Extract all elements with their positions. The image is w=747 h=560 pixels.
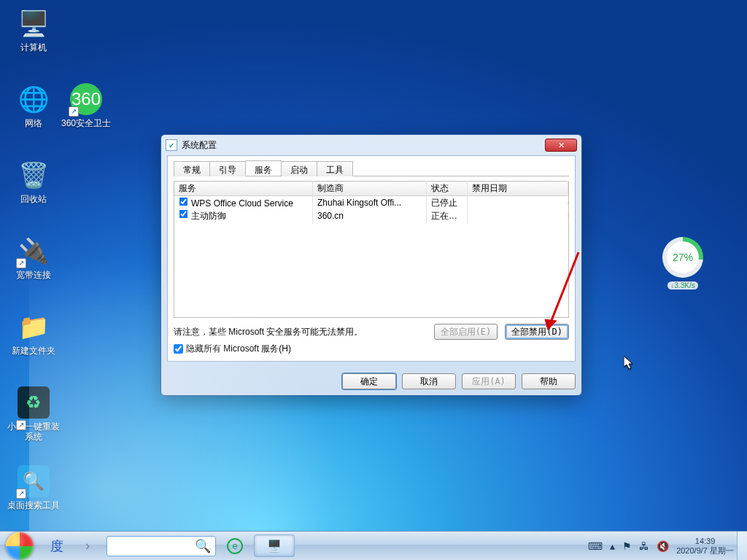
browser-360-icon: e [227,538,243,554]
list-header[interactable]: 服务 制造商 状态 禁用日期 [174,182,568,196]
msconfig-task-icon: 🖥️ [267,539,282,553]
disable-all-button[interactable]: 全部禁用(D) [505,324,569,340]
chevron-right-icon: › [85,538,90,553]
icon-label: 宽带连接 [7,270,60,280]
close-button[interactable] [545,139,577,152]
row-checkbox[interactable] [179,198,188,206]
start-button[interactable] [0,532,39,560]
taskbar-clock[interactable]: 14:39 2020/9/7 星期一 [676,537,734,556]
msconfig-icon: ✔ [166,139,177,151]
services-list[interactable]: 服务 制造商 状态 禁用日期 WPS Office Cloud Service … [174,181,569,318]
xiaobai-icon: ♻ [16,385,51,420]
desktop-icon-xiaobai[interactable]: ♻ ↗ 小白一键重装 系统 [7,385,60,442]
quick-360browser[interactable]: e [220,534,249,558]
perf-unit: % [684,252,693,263]
hide-ms-label: 隐藏所有 Microsoft 服务(H) [186,343,291,355]
desktop-icon-network[interactable]: 🌐 网络 [7,82,60,128]
cell-status: 正在运行 [427,209,468,224]
desktop-icon-desksearch[interactable]: 🔍 ↗ 桌面搜索工具 [7,464,60,510]
volume-muted-icon[interactable]: 🔇 [657,540,669,552]
quick-caret[interactable]: › [73,534,102,558]
cell-manufacturer: Zhuhai Kingsoft Offi... [313,196,427,209]
system-tray: ⌨ ▴ ⚑ 🖧 🔇 14:39 2020/9/7 星期一 [581,532,737,560]
desktop-icon-newfolder[interactable]: 📁 新建文件夹 [7,309,60,356]
icon-label: 网络 [7,118,60,128]
tray-chevron-icon[interactable]: ▴ [610,540,615,552]
network-tray-icon[interactable]: 🖧 [639,540,649,552]
clock-time: 14:39 [676,537,734,546]
cell-disabled-date [468,214,568,217]
ring-gauge-icon: 27% [662,237,703,278]
action-center-icon[interactable]: ⚑ [622,540,632,552]
cell-service: 主动防御 [191,211,226,221]
dialog-actions: 确定 取消 应用(A) 帮助 [161,368,581,395]
perf-percent: 27 [673,252,684,263]
window-title: 系统配置 [182,139,545,152]
perf-rate: ↓3.3K/s [667,281,697,289]
baidu-icon: 度 [50,537,63,555]
taskbar-search-box[interactable]: 🔍 [107,536,216,556]
desktop-icon-360safe[interactable]: 360 ↗ 360安全卫士 [60,82,112,128]
cell-disabled-date [468,201,568,204]
icon-label: 桌面搜索工具 [7,500,60,510]
quick-baidu[interactable]: 度 [42,534,71,558]
clock-date: 2020/9/7 星期一 [676,546,734,556]
desktop-icon-computer[interactable]: 🖥️ 计算机 [7,6,60,52]
search-icon: 🔍 [195,538,211,554]
task-button-msconfig[interactable]: 🖥️ [254,534,295,557]
help-button[interactable]: 帮助 [522,373,576,389]
icon-label: 计算机 [7,42,60,52]
titlebar[interactable]: ✔ 系统配置 [161,135,581,155]
windows-logo-icon [6,532,34,560]
desktop-icon-broadband[interactable]: 🔌 ↗ 宽带连接 [7,233,60,280]
shortcut-badge-icon: ↗ [69,106,79,117]
computer-icon: 🖥️ [16,6,51,41]
note-text: 请注意，某些 Microsoft 安全服务可能无法禁用。 [174,326,427,338]
cell-service: WPS Office Cloud Service [191,198,293,209]
taskbar: 度 › 🔍 e 🖥️ ⌨ ▴ ⚑ 🖧 🔇 14:39 2020/9/7 星期一 [0,531,747,560]
client-area: 常规 引导 服务 启动 工具 服务 制造商 状态 禁用日期 WPS Office… [167,155,576,362]
note-row: 请注意，某些 Microsoft 安全服务可能无法禁用。 全部启用(E) 全部禁… [174,324,569,340]
col-service[interactable]: 服务 [174,181,313,196]
icon-label: 新建文件夹 [7,346,60,356]
col-status[interactable]: 状态 [427,181,468,196]
folder-icon: 📁 [16,309,51,344]
row-checkbox[interactable] [179,210,188,219]
show-desktop-button[interactable] [737,532,747,560]
hide-ms-checkbox[interactable] [174,344,183,354]
tabstrip: 常规 引导 服务 启动 工具 [174,160,569,176]
shortcut-badge-icon: ↗ [16,258,26,268]
tab-startup[interactable]: 启动 [281,161,317,176]
hide-ms-checkbox-row[interactable]: 隐藏所有 Microsoft 服务(H) [174,343,569,355]
cancel-button[interactable]: 取消 [402,373,456,389]
apply-button: 应用(A) [462,373,516,389]
icon-label: 360安全卫士 [60,118,112,128]
ok-button[interactable]: 确定 [342,373,396,389]
col-disabled-date[interactable]: 禁用日期 [468,181,568,196]
service-row[interactable]: 主动防御 360.cn 正在运行 [174,209,568,222]
tab-services[interactable]: 服务 [245,160,282,176]
perf-widget[interactable]: 27% ↓3.3K/s [655,237,711,291]
shortcut-badge-icon: ↗ [16,420,26,430]
quick-launch: 度 › 🔍 e [39,532,252,560]
tab-tools[interactable]: 工具 [317,161,353,176]
svg-marker-2 [624,356,632,369]
network-icon: 🌐 [16,82,51,117]
msconfig-window: ✔ 系统配置 常规 引导 服务 启动 工具 服务 制造商 状态 禁用日期 [160,134,582,396]
icon-label: 小白一键重装 系统 [7,421,60,442]
icon-label: 回收站 [7,194,60,204]
col-manufacturer[interactable]: 制造商 [313,181,427,196]
recycle-bin-icon: 🗑️ [16,158,51,192]
enable-all-button: 全部启用(E) [434,324,498,340]
desktop[interactable]: 🖥️ 计算机 🌐 网络 🗑️ 回收站 🔌 ↗ 宽带连接 📁 新建文件夹 ♻ ↗ … [0,0,747,560]
ime-icon[interactable]: ⌨ [588,540,603,552]
tab-general[interactable]: 常规 [174,161,210,176]
tab-boot[interactable]: 引导 [209,161,246,176]
mouse-cursor-icon [624,356,634,370]
shortcut-badge-icon: ↗ [16,489,26,499]
cell-manufacturer: 360.cn [313,209,427,222]
desktop-icon-recycle[interactable]: 🗑️ 回收站 [7,158,60,204]
